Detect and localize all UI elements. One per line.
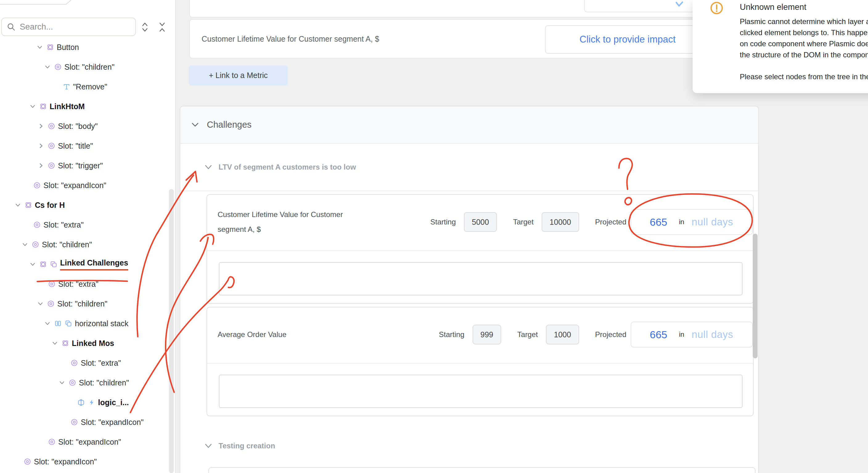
tree-row-remove[interactable]: "Remove" <box>0 77 175 96</box>
tree-row-label: Slot: "trigger" <box>58 161 103 170</box>
instance-copy-icon <box>50 261 57 268</box>
challenge-title-text: Testing creation <box>219 442 275 450</box>
tree-row-label: Slot: "expandIcon" <box>34 457 97 466</box>
chevron-down-icon[interactable] <box>22 241 28 248</box>
popup-title: Unknown element <box>740 2 806 12</box>
chevron-right-icon[interactable] <box>38 143 44 149</box>
chevron-down-icon[interactable] <box>37 300 44 307</box>
tree-row-slot-title[interactable]: Slot: "title" <box>0 136 175 156</box>
tree-row-label: Slot: "children" <box>64 63 114 71</box>
popup-body-line: Plasmic cannot determine which layer a <box>740 17 868 28</box>
chevron-down-icon[interactable] <box>14 202 21 208</box>
tree-row-horizontal-stack[interactable]: horizontal stack <box>0 314 175 333</box>
provide-impact-button[interactable]: Click to provide impact <box>545 25 710 54</box>
tree-row-logic-i[interactable]: logic_i... <box>0 392 175 412</box>
divider <box>207 363 753 363</box>
tree-row-label: horizontal stack <box>75 319 128 328</box>
slot-icon <box>32 241 39 248</box>
instance-copy-icon <box>65 320 72 327</box>
slot-icon <box>34 182 40 189</box>
tree-row-label: Slot: "expandIcon" <box>81 418 144 427</box>
challenge-title-text: LTV of segment A customers is too low <box>219 163 356 172</box>
search-placeholder: Search... <box>20 22 53 32</box>
target-input[interactable]: 1000 <box>546 325 579 345</box>
metric-notes-textarea[interactable] <box>219 375 743 408</box>
search-icon <box>7 23 16 31</box>
chevron-down-icon[interactable] <box>29 261 36 268</box>
chevron-down-icon[interactable] <box>29 103 36 110</box>
tree-row-slot-expandicon[interactable]: Slot: "expandIcon" <box>0 452 175 471</box>
starting-input[interactable]: 5000 <box>464 212 497 232</box>
days-value[interactable]: null days <box>692 329 733 341</box>
slot-icon <box>48 143 55 149</box>
tree-row-slot-children[interactable]: Slot: "children" <box>0 57 175 77</box>
metric-title-text: Customer Lifetime Value for Customer seg… <box>202 34 379 43</box>
tree-row-cs-for-h[interactable]: Cs for H <box>0 195 175 215</box>
tree-row-slot-children[interactable]: Slot: "children" <box>0 235 175 255</box>
layer-tree: Button Slot: "children""Remove" LinkHtoM… <box>0 37 175 473</box>
tree-row-slot-children[interactable]: Slot: "children" <box>0 294 175 314</box>
challenges-section: Challenges LTV of segment A customers is… <box>180 106 759 473</box>
tree-row-linked-mos[interactable]: Linked Mos <box>0 333 175 353</box>
tree-row-linkhtom[interactable]: LinkHtoM <box>0 96 175 116</box>
popup-body-line: on code component where Plasmic doe <box>740 39 868 51</box>
linked-metric-card: Average Order Value Starting 999 Target … <box>207 307 754 416</box>
chevron-down-icon[interactable] <box>44 320 51 327</box>
projected-box[interactable]: 665 in null days <box>631 209 753 235</box>
chevron-down-icon[interactable] <box>205 444 212 448</box>
target-input[interactable]: 10000 <box>541 212 579 232</box>
chevron-down-icon[interactable] <box>52 340 58 347</box>
chevron-right-icon[interactable] <box>38 162 44 169</box>
tree-row-slot-children[interactable]: Slot: "children" <box>0 373 175 392</box>
tree-row-slot-extra[interactable]: Slot: "extra" <box>0 274 175 294</box>
challenge-item-header[interactable]: Testing creation <box>180 435 758 457</box>
starting-label: Starting <box>430 218 456 226</box>
projected-label: Projected <box>595 218 626 226</box>
tree-row-slot-trigger[interactable]: Slot: "trigger" <box>0 156 175 175</box>
sidebar-scrollbar[interactable] <box>169 189 174 473</box>
projected-value: 665 <box>650 216 667 228</box>
tree-row-slot-expandicon[interactable]: Slot: "expandIcon" <box>0 412 175 432</box>
starting-label: Starting <box>439 330 465 339</box>
collapse-all-button[interactable] <box>157 22 168 33</box>
tree-row-label: Slot: "children" <box>42 240 92 249</box>
challenges-title: Challenges <box>207 120 251 130</box>
search-input[interactable]: Search... <box>1 18 136 36</box>
tree-row-label: Slot: "extra" <box>81 359 121 367</box>
expand-all-button[interactable] <box>139 22 150 33</box>
link-to-metric-button[interactable]: + Link to a Metric <box>189 65 287 85</box>
tree-row-label: Slot: "body" <box>58 122 98 131</box>
lightning-icon <box>88 399 95 406</box>
challenge-item-header[interactable]: LTV of segment A customers is too low <box>180 144 758 191</box>
chevron-down-icon[interactable] <box>191 122 199 127</box>
tree-row-button[interactable]: Button <box>0 37 175 57</box>
days-value[interactable]: null days <box>692 216 733 228</box>
tree-row-slot-expandicon[interactable]: Slot: "expandIcon" <box>0 432 175 452</box>
tree-row-slot-body[interactable]: Slot: "body" <box>0 116 175 136</box>
chevron-down-icon[interactable] <box>205 165 212 170</box>
challenges-header[interactable]: Challenges <box>180 107 758 144</box>
chevron-right-icon[interactable] <box>38 123 44 129</box>
projected-value: 665 <box>650 329 667 341</box>
projected-box[interactable]: 665 in null days <box>631 322 753 348</box>
tree-row-slot-extra[interactable]: Slot: "extra" <box>0 353 175 373</box>
unknown-element-popup: Unknown element Plasmic cannot determine… <box>692 0 868 93</box>
metric-title-card: Customer Lifetime Value for Customer seg… <box>189 19 759 59</box>
challenges-scrollbar[interactable] <box>753 234 758 358</box>
metric-notes-textarea[interactable] <box>219 262 743 295</box>
tree-row-label: Slot: "children" <box>57 299 107 308</box>
tree-row-linked-challenges[interactable]: Linked Challenges <box>0 255 175 274</box>
chevron-down-icon[interactable] <box>36 44 43 51</box>
tree-row-label: Cs for H <box>35 201 65 210</box>
slot-icon <box>71 419 78 425</box>
input-icon <box>78 399 85 406</box>
tree-row-slot-extra[interactable]: Slot: "extra" <box>0 215 175 235</box>
chevron-down-icon[interactable] <box>44 63 51 70</box>
tree-row-slot-expandicon[interactable]: Slot: "expandIcon" <box>0 175 175 195</box>
projected-label: Projected <box>595 330 626 339</box>
slot-icon <box>49 439 55 445</box>
slot-icon <box>48 300 54 307</box>
starting-input[interactable]: 999 <box>472 325 501 345</box>
slot-icon <box>69 379 76 386</box>
chevron-down-icon[interactable] <box>59 379 65 386</box>
